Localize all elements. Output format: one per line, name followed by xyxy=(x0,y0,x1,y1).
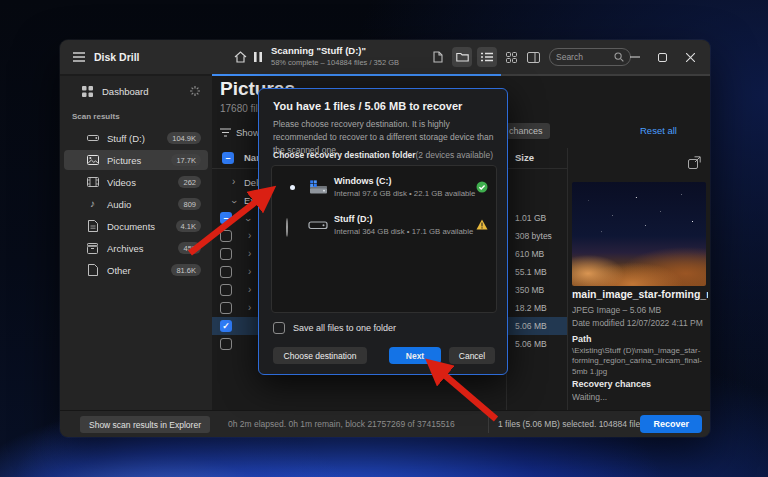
size-cell: 350 MB xyxy=(515,285,544,295)
hamburger-icon xyxy=(73,52,85,62)
sidebar-item-dashboard[interactable]: Dashboard xyxy=(60,80,212,102)
chevron-right-icon[interactable]: › xyxy=(248,249,251,259)
row-checkbox-checked[interactable]: ✓ xyxy=(220,320,232,332)
drive-icon xyxy=(86,133,99,143)
destination-label: Choose recovery destination folder xyxy=(273,150,416,160)
maximize-icon xyxy=(658,53,667,62)
file-view-button[interactable] xyxy=(428,47,448,67)
sidebar-item-label: Stuff (D:) xyxy=(107,133,145,144)
footer-divider xyxy=(488,415,489,433)
device-row-windows-c[interactable]: Windows (C:) Internal 97.6 GB disk • 22.… xyxy=(272,172,498,204)
status-bar: Show scan results in Explorer 0h 2m elap… xyxy=(60,410,710,437)
grid-icon xyxy=(506,52,517,63)
sidebar-item-stuff-d[interactable]: Stuff (D:) 104.9K xyxy=(64,128,208,148)
count-badge: 459 xyxy=(178,242,201,254)
titlebar: Disk Drill Scanning "Stuff (D:)" 58% com… xyxy=(60,40,710,74)
document-icon xyxy=(433,51,443,63)
size-cell: 18.2 MB xyxy=(515,303,547,313)
search-box[interactable] xyxy=(549,48,631,66)
radio-unselected[interactable] xyxy=(286,219,288,237)
sidebar-item-documents[interactable]: Documents 4.1K xyxy=(64,216,208,236)
recovery-chances-filter[interactable]: chances xyxy=(502,123,550,139)
select-all-checkbox[interactable]: – xyxy=(222,152,234,164)
preview-date-modified: Date modified 12/07/2022 4:11 PM xyxy=(572,318,708,328)
cancel-button[interactable]: Cancel xyxy=(449,347,495,364)
minimize-button[interactable] xyxy=(630,40,652,74)
dashboard-icon xyxy=(82,86,93,97)
recover-button[interactable]: Recover xyxy=(640,415,702,433)
chevron-right-icon[interactable]: › xyxy=(248,231,251,241)
search-input[interactable] xyxy=(556,52,614,62)
sidebar-item-label: Archives xyxy=(107,243,143,254)
sidebar-item-videos[interactable]: Videos 262 xyxy=(64,172,208,192)
preview-file-type: JPEG Image – 5.06 MB xyxy=(572,305,708,315)
sidebar-item-audio[interactable]: ♪ Audio 809 xyxy=(64,194,208,214)
pictures-icon xyxy=(86,155,99,165)
menu-button[interactable] xyxy=(73,40,85,74)
chevron-right-icon[interactable]: › xyxy=(248,267,251,277)
maximize-button[interactable] xyxy=(658,40,680,74)
preview-panel-button[interactable] xyxy=(523,47,543,67)
pause-button[interactable] xyxy=(254,40,262,74)
sidebar-item-label: Other xyxy=(107,265,131,276)
reset-all-link[interactable]: Reset all xyxy=(640,125,677,136)
list-view-button[interactable] xyxy=(477,47,497,67)
row-checkbox[interactable] xyxy=(220,230,232,242)
row-checkbox[interactable] xyxy=(220,302,232,314)
row-checkbox[interactable] xyxy=(220,266,232,278)
chevron-right-icon[interactable]: › xyxy=(248,303,251,313)
count-badge: 17.7K xyxy=(171,154,201,166)
panel-divider xyxy=(567,148,568,410)
windows-drive-icon xyxy=(308,180,328,196)
choose-destination-button[interactable]: Choose destination xyxy=(273,347,367,364)
scan-status: Scanning "Stuff (D:)" 58% complete – 104… xyxy=(271,45,399,67)
dashboard-label: Dashboard xyxy=(102,86,148,97)
minimize-icon xyxy=(630,52,640,62)
row-checkbox[interactable] xyxy=(220,248,232,260)
sidebar-item-label: Pictures xyxy=(107,155,141,166)
chevron-down-icon[interactable]: › xyxy=(246,209,249,227)
scan-results-section-label: Scan results xyxy=(72,112,120,121)
documents-icon xyxy=(86,220,99,232)
chevron-down-icon[interactable]: › xyxy=(232,191,235,209)
scan-progress-text: 0h 2m elapsed. 0h 1m remain, block 21757… xyxy=(228,419,455,429)
file-preview-image[interactable] xyxy=(572,182,706,286)
chevron-right-icon[interactable]: › xyxy=(248,285,251,295)
device-list: Windows (C:) Internal 97.6 GB disk • 22.… xyxy=(271,165,497,313)
size-cell: 1.01 GB xyxy=(515,213,546,223)
show-in-explorer-button[interactable]: Show scan results in Explorer xyxy=(80,416,210,433)
open-external-icon xyxy=(688,156,701,169)
save-all-option[interactable]: Save all files to one folder xyxy=(273,322,396,334)
open-preview-button[interactable] xyxy=(688,156,701,169)
save-all-checkbox[interactable] xyxy=(273,322,285,334)
sidebar-item-pictures[interactable]: Pictures 17.7K xyxy=(64,150,208,170)
archives-icon xyxy=(86,243,99,254)
home-button[interactable] xyxy=(234,40,247,74)
next-button[interactable]: Next xyxy=(389,347,441,364)
sidebar-item-archives[interactable]: Archives 459 xyxy=(64,238,208,258)
size-cell: 610 MB xyxy=(515,249,544,259)
selection-summary: 1 files (5.06 MB) selected. 104884 files… xyxy=(498,419,663,429)
status-ok-icon xyxy=(476,181,488,193)
size-cell: 5.06 MB xyxy=(515,321,547,331)
sidebar-item-other[interactable]: Other 81.6K xyxy=(64,260,208,280)
row-checkbox-indeterminate[interactable]: – xyxy=(220,212,232,224)
close-icon xyxy=(686,53,695,62)
save-all-label: Save all files to one folder xyxy=(293,323,396,333)
sidebar-item-label: Videos xyxy=(107,177,136,188)
row-checkbox[interactable] xyxy=(220,338,232,350)
folder-view-button[interactable] xyxy=(452,47,472,67)
pause-icon xyxy=(254,52,262,62)
preview-chances-label: Recovery chances xyxy=(572,379,651,389)
size-cell: 55.1 MB xyxy=(515,267,547,277)
app-title: Disk Drill xyxy=(94,40,140,74)
chevron-right-icon[interactable]: › xyxy=(232,177,235,187)
show-filter-button[interactable]: Show xyxy=(220,124,260,140)
close-button[interactable] xyxy=(686,40,708,74)
row-checkbox[interactable] xyxy=(220,284,232,296)
grid-view-button[interactable] xyxy=(501,47,521,67)
home-icon xyxy=(234,51,247,63)
scanning-spinner-icon xyxy=(190,86,200,96)
preview-path-label: Path xyxy=(572,334,592,344)
device-row-stuff-d[interactable]: Stuff (D:) Internal 364 GB disk • 17.1 G… xyxy=(272,210,498,242)
